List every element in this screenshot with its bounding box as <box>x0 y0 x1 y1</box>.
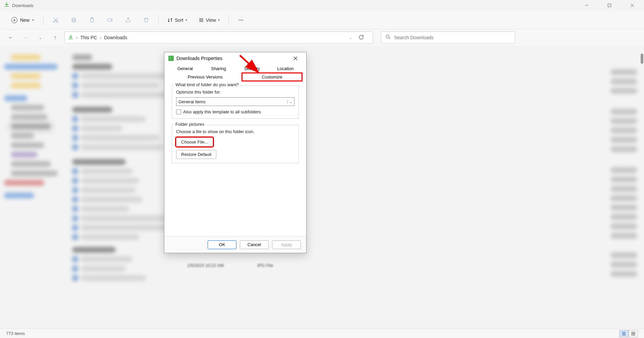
view-toggle <box>619 330 638 337</box>
svg-rect-17 <box>634 334 635 335</box>
chevron-down-icon[interactable]: ⌄ <box>349 36 352 40</box>
dialog-titlebar: Downloads Properties <box>164 52 306 64</box>
toolbar: + New ▾ Sort ▾ View ▾ <box>0 11 644 30</box>
sort-button[interactable]: Sort ▾ <box>165 15 190 25</box>
apply-subfolders-checkbox[interactable] <box>176 109 181 114</box>
apply-subfolders-label: Also apply this template to all subfolde… <box>183 109 261 114</box>
downloads-icon <box>68 35 73 41</box>
title-bar: Downloads <box>0 0 644 11</box>
dialog-close-button[interactable] <box>289 53 302 63</box>
separator <box>43 15 44 25</box>
svg-point-12 <box>386 35 389 38</box>
ok-button[interactable]: OK <box>208 240 236 249</box>
svg-rect-4 <box>73 19 76 22</box>
share-icon[interactable] <box>122 14 134 26</box>
svg-rect-14 <box>632 332 633 333</box>
crumb-separator: › <box>76 35 78 40</box>
view-label: View <box>206 17 216 23</box>
file-list <box>65 46 644 329</box>
dialog-tabs: General Sharing Security Location Previo… <box>164 64 306 81</box>
plus-icon: + <box>11 17 17 23</box>
optimize-select[interactable]: General items ⌄ <box>176 97 294 106</box>
folder-pictures-desc: Choose a file to show on this folder ico… <box>176 129 294 134</box>
more-icon[interactable] <box>235 14 247 26</box>
paste-icon[interactable] <box>86 14 98 26</box>
folder-kind-group: What kind of folder do you want? Optimiz… <box>172 85 299 119</box>
folder-pictures-group: Folder pictures Choose a file to show on… <box>172 125 299 163</box>
up-button[interactable]: ↑ <box>50 32 60 43</box>
scrollbar[interactable] <box>641 54 643 64</box>
address-bar[interactable]: › This PC › Downloads ⌄ <box>64 32 373 44</box>
properties-dialog: Downloads Properties General Sharing Sec… <box>164 52 307 253</box>
back-button[interactable]: ← <box>5 32 16 43</box>
cut-icon[interactable] <box>50 14 62 26</box>
content-area <box>0 46 644 329</box>
crumb-separator: › <box>100 35 101 40</box>
search-input[interactable] <box>394 35 511 40</box>
svg-rect-8 <box>108 19 111 21</box>
window-title: Downloads <box>12 3 34 8</box>
rename-icon[interactable] <box>104 14 116 26</box>
chevron-down-icon: ▾ <box>185 18 187 22</box>
apply-subfolders-row[interactable]: Also apply this template to all subfolde… <box>176 109 294 114</box>
dialog-body: What kind of folder do you want? Optimiz… <box>164 81 306 236</box>
svg-rect-1 <box>608 4 611 7</box>
background-type: IPG File <box>257 263 273 268</box>
delete-icon[interactable] <box>140 14 152 26</box>
tab-general[interactable]: General <box>168 64 202 73</box>
navigation-row: ← → ⌄ ↑ › This PC › Downloads ⌄ <box>0 30 644 46</box>
tab-customize[interactable]: Customize <box>242 73 302 81</box>
folder-kind-heading: What kind of folder do you want? <box>174 82 240 87</box>
maximize-button[interactable] <box>602 0 617 11</box>
sort-label: Sort <box>175 17 183 23</box>
separator <box>158 15 159 25</box>
view-button[interactable]: View ▾ <box>196 15 222 25</box>
new-label: New <box>20 17 30 23</box>
tab-sharing[interactable]: Sharing <box>202 64 235 73</box>
choose-file-button[interactable]: Choose File... <box>176 137 213 147</box>
tab-previous-versions[interactable]: Previous Versions <box>168 73 242 81</box>
tab-location[interactable]: Location <box>269 64 302 73</box>
search-box[interactable] <box>381 32 515 44</box>
status-bar: 773 items <box>0 329 644 338</box>
apply-button[interactable]: Apply <box>272 240 301 249</box>
dialog-title: Downloads Properties <box>176 56 222 61</box>
icons-view-button[interactable] <box>629 330 638 337</box>
search-icon <box>385 34 391 41</box>
svg-point-11 <box>242 19 243 20</box>
optimize-selected: General items <box>178 99 206 104</box>
svg-rect-5 <box>72 18 75 21</box>
svg-rect-15 <box>634 332 635 333</box>
refresh-button[interactable] <box>359 35 369 41</box>
chevron-down-icon: ⌄ <box>287 100 292 104</box>
forward-button[interactable]: → <box>20 32 31 43</box>
svg-point-10 <box>240 19 241 20</box>
restore-default-button[interactable]: Restore Default <box>176 150 216 159</box>
chevron-down-icon: ▾ <box>218 18 220 22</box>
close-button[interactable] <box>625 0 640 11</box>
dialog-buttons: OK Cancel Apply <box>164 236 306 253</box>
folder-icon <box>168 56 174 61</box>
chevron-down-icon: ▾ <box>32 18 34 22</box>
crumb-folder[interactable]: Downloads <box>104 35 127 40</box>
recent-button[interactable]: ⌄ <box>35 32 46 43</box>
tab-security[interactable]: Security <box>235 64 269 73</box>
new-button[interactable]: + New ▾ <box>8 15 37 25</box>
folder-pictures-heading: Folder pictures <box>174 122 206 127</box>
separator <box>228 15 229 25</box>
background-date: 1/5/2023 10:22 AM <box>187 263 224 268</box>
optimize-label: Optimize this folder for: <box>176 90 294 95</box>
minimize-button[interactable] <box>579 0 594 11</box>
copy-icon[interactable] <box>68 14 80 26</box>
navigation-pane <box>0 46 65 329</box>
background-row: 1/5/2023 10:22 AM IPG File <box>187 263 273 268</box>
downloads-icon <box>4 2 9 9</box>
details-view-button[interactable] <box>619 330 629 337</box>
item-count: 773 items <box>6 331 25 336</box>
svg-rect-16 <box>632 334 633 335</box>
cancel-button[interactable]: Cancel <box>240 240 269 249</box>
crumb-root[interactable]: This PC <box>80 35 97 40</box>
svg-point-9 <box>238 19 239 20</box>
